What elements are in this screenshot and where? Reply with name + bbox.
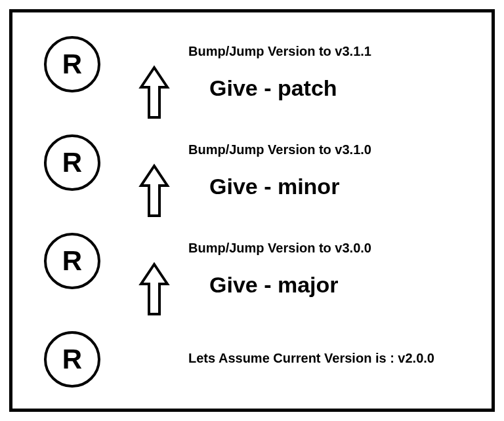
arrow-up-icon: [138, 163, 170, 221]
bump-version-label: Bump/Jump Version to v3.0.0: [188, 241, 371, 256]
assume-current-version-label: Lets Assume Current Version is : v2.0.0: [188, 351, 434, 366]
node-letter: R: [62, 50, 82, 78]
release-node: R: [44, 36, 100, 92]
diagram-frame: R R R R Bump/Jump Version to v3.1.1 Give…: [9, 9, 495, 412]
bump-version-label: Bump/Jump Version to v3.1.0: [188, 142, 371, 157]
node-letter: R: [62, 346, 82, 373]
arrow-up-icon: [138, 262, 170, 319]
release-node: R: [44, 331, 100, 388]
give-bump-type-label: Give - major: [209, 272, 339, 298]
release-node: R: [44, 134, 100, 191]
release-node: R: [44, 233, 100, 289]
give-bump-type-label: Give - minor: [209, 174, 339, 199]
arrow-up-icon: [138, 65, 170, 123]
node-letter: R: [62, 149, 82, 176]
node-letter: R: [62, 247, 82, 275]
bump-version-label: Bump/Jump Version to v3.1.1: [188, 44, 371, 59]
give-bump-type-label: Give - patch: [209, 75, 337, 101]
